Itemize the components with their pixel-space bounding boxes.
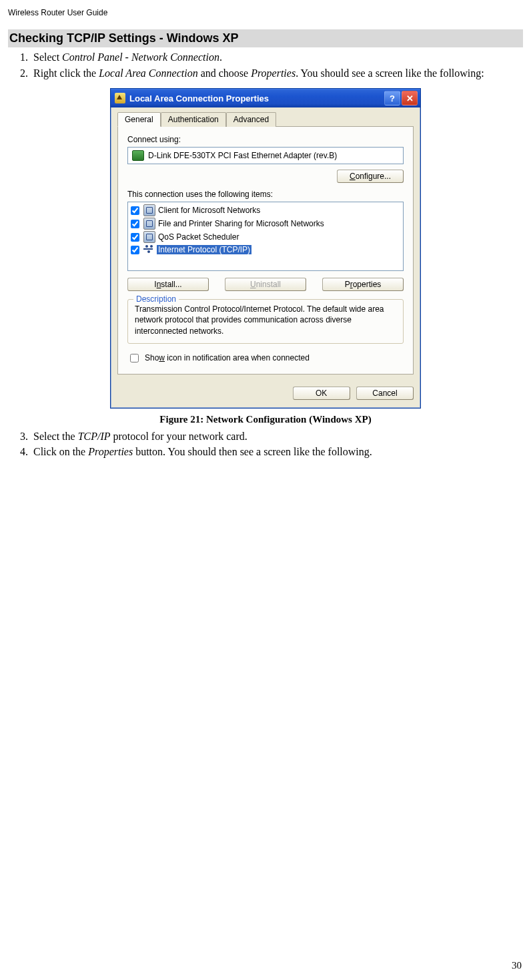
- description-legend: Description: [133, 294, 179, 304]
- step-4-pre: Click on the: [33, 446, 88, 457]
- step-2-pre: Right click the: [33, 67, 99, 79]
- tab-panel-general: Connect using: D-Link DFE-530TX PCI Fast…: [117, 126, 414, 375]
- step-3: Select the TCP/IP protocol for your netw…: [31, 429, 523, 444]
- figure-container: Local Area Connection Properties ? ✕ Gen…: [8, 88, 523, 409]
- step-2-post: . You should see a screen like the follo…: [296, 67, 484, 79]
- step-4-em: Properties: [88, 446, 133, 457]
- dialog-footer: OK Cancel: [111, 381, 420, 408]
- step-1-post: .: [219, 51, 222, 63]
- adapter-field: D-Link DFE-530TX PCI Fast Ethernet Adapt…: [127, 147, 404, 164]
- service-icon: [143, 231, 155, 243]
- help-button[interactable]: ?: [384, 91, 400, 105]
- adapter-text: D-Link DFE-530TX PCI Fast Ethernet Adapt…: [148, 151, 337, 160]
- section-heading: Checking TCP/IP Settings - Windows XP: [8, 29, 523, 47]
- step-2-em1: Local Area Connection: [99, 67, 197, 79]
- tab-authentication[interactable]: Authentication: [161, 112, 226, 127]
- window-icon: [115, 93, 125, 103]
- step-2-mid: and choose: [198, 67, 251, 79]
- ok-button[interactable]: OK: [293, 387, 350, 400]
- xp-dialog: Local Area Connection Properties ? ✕ Gen…: [110, 88, 421, 409]
- description-text: Transmission Control Protocol/Internet P…: [135, 304, 396, 336]
- install-button[interactable]: Install...: [127, 278, 209, 291]
- checkbox-qos[interactable]: [131, 233, 139, 242]
- window-title: Local Area Connection Properties: [129, 93, 384, 103]
- figure-caption: Figure 21: Network Configuration (Window…: [8, 414, 523, 425]
- step-3-pre: Select the: [33, 431, 78, 442]
- show-icon-checkbox[interactable]: [130, 354, 139, 362]
- list-item[interactable]: Client for Microsoft Networks: [128, 204, 403, 217]
- steps-list-a: Select Control Panel - Network Connectio…: [8, 50, 523, 80]
- item-label-1: File and Printer Sharing for Microsoft N…: [158, 219, 324, 228]
- nic-icon: [132, 150, 144, 161]
- protocol-icon: [143, 244, 154, 255]
- properties-button[interactable]: Properties: [322, 278, 404, 291]
- component-list[interactable]: Client for Microsoft Networks File and P…: [127, 202, 404, 271]
- page-header: Wireless Router User Guide: [8, 8, 523, 17]
- step-2: Right click the Local Area Connection an…: [31, 66, 523, 81]
- show-icon-label: Show icon in notification area when conn…: [145, 353, 310, 362]
- item-label-3: Internet Protocol (TCP/IP): [157, 245, 251, 254]
- item-label-2: QoS Packet Scheduler: [158, 232, 239, 242]
- configure-button[interactable]: Configure...: [337, 170, 404, 183]
- tab-general[interactable]: General: [117, 112, 161, 127]
- checkbox-tcpip[interactable]: [131, 246, 139, 254]
- service-icon: [143, 218, 155, 230]
- tabs: General Authentication Advanced: [117, 111, 414, 127]
- uses-items-label: This connection uses the following items…: [127, 190, 404, 199]
- list-item[interactable]: QoS Packet Scheduler: [128, 230, 403, 244]
- client-icon: [143, 204, 155, 216]
- step-3-em: TCP/IP: [78, 431, 111, 442]
- step-3-post: protocol for your network card.: [111, 431, 247, 442]
- list-item[interactable]: File and Printer Sharing for Microsoft N…: [128, 217, 403, 230]
- step-1-pre: Select: [33, 51, 62, 63]
- configure-rest: onfigure...: [356, 172, 391, 181]
- tab-advanced[interactable]: Advanced: [226, 112, 276, 127]
- show-icon-row: Show icon in notification area when conn…: [127, 352, 404, 364]
- uninstall-button: Uninstall: [225, 278, 306, 291]
- list-item-selected[interactable]: Internet Protocol (TCP/IP): [128, 244, 403, 256]
- step-2-em2: Properties: [251, 67, 296, 79]
- checkbox-fileprint[interactable]: [131, 220, 139, 228]
- step-4: Click on the Properties button. You shou…: [31, 445, 523, 459]
- item-label-0: Client for Microsoft Networks: [158, 206, 260, 215]
- step-1-em: Control Panel - Network Connection: [62, 51, 219, 63]
- step-1: Select Control Panel - Network Connectio…: [31, 50, 523, 65]
- close-button[interactable]: ✕: [402, 91, 418, 105]
- description-group: Description Transmission Control Protoco…: [127, 299, 404, 344]
- cancel-button[interactable]: Cancel: [356, 387, 414, 400]
- step-4-post: button. You should then see a screen lik…: [133, 446, 372, 457]
- connect-using-label: Connect using:: [127, 135, 404, 144]
- dialog-body: General Authentication Advanced Connect …: [111, 107, 420, 381]
- titlebar: Local Area Connection Properties ? ✕: [111, 89, 420, 107]
- steps-list-b: Select the TCP/IP protocol for your netw…: [8, 429, 523, 459]
- checkbox-client[interactable]: [131, 206, 139, 215]
